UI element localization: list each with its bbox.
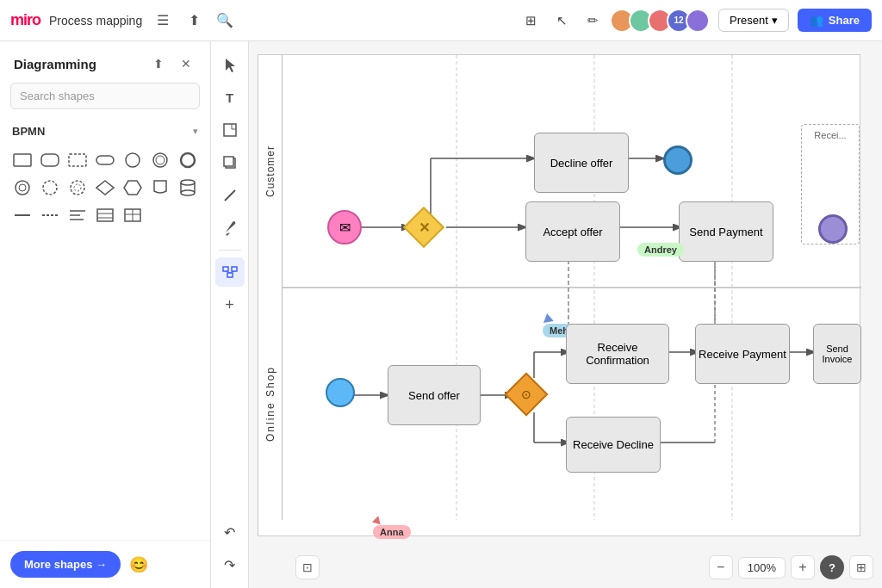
send-invoice-task[interactable]: Send Invoice [813, 324, 861, 384]
shape-stadium[interactable] [93, 148, 117, 172]
canvas-area[interactable]: T + [211, 41, 882, 588]
online-shop-lane-label: Online Shop [258, 288, 283, 520]
decline-offer-task[interactable]: Decline offer [534, 133, 629, 193]
add-tool[interactable]: + [215, 290, 245, 319]
diagram-canvas[interactable]: Customer Online Shop ✉ ✕ Decline offer [249, 41, 882, 588]
shape-minus[interactable] [10, 203, 34, 227]
bpmn-section-header[interactable]: BPMN ▾ [0, 118, 210, 145]
float-toolbar: T + [211, 41, 249, 588]
pen-tool[interactable] [215, 214, 245, 243]
svg-rect-1 [41, 154, 59, 166]
shape-thick-circle[interactable] [176, 148, 200, 172]
svg-point-10 [43, 181, 57, 195]
end-event-customer[interactable] [663, 145, 693, 175]
send-offer-task[interactable]: Send offer [388, 365, 481, 425]
andrey-cursor-label: Andrey [637, 243, 684, 257]
shape-rounded-rect[interactable] [38, 148, 62, 172]
shape-table[interactable] [121, 203, 145, 227]
anna-cursor: Anna [373, 516, 411, 539]
toolbar-divider [219, 250, 241, 251]
close-icon[interactable]: ✕ [176, 53, 196, 74]
bottom-bar: − 100% + ? ⊞ [709, 555, 873, 579]
topbar-right: ⊞ ↖ ✏ 12 Present ▾ 👥 Share [517, 7, 872, 34]
receive-payment-task[interactable]: Receive Payment [695, 324, 790, 384]
shape-diamond[interactable] [93, 176, 117, 200]
gateway-exclusive[interactable]: ✕ [403, 207, 444, 248]
svg-point-12 [74, 184, 81, 191]
svg-rect-30 [224, 124, 236, 136]
map-view-button[interactable]: ⊞ [849, 555, 873, 579]
svg-point-6 [156, 156, 165, 164]
topbar-left: miro Process mapping ☰ ⬆ 🔍 [10, 9, 506, 33]
redo-tool[interactable]: ↷ [215, 550, 245, 579]
zoom-in-button[interactable]: + [791, 555, 815, 579]
svg-rect-36 [223, 267, 228, 271]
shape-align-left[interactable] [65, 203, 90, 227]
shape-dashed-line[interactable] [38, 203, 62, 227]
shape-rectangle[interactable] [10, 148, 34, 172]
svg-rect-34 [224, 157, 233, 166]
topbar-icons: ☰ ⬆ 🔍 [151, 9, 237, 33]
shape-cylinder[interactable] [176, 176, 200, 200]
avatar-5 [686, 9, 710, 33]
sidebar: Diagramming ⬆ ✕ Search shapes BPMN ▾ [0, 41, 211, 588]
receive-group-box: Recei... [801, 124, 860, 244]
svg-point-18 [181, 190, 195, 195]
svg-point-11 [71, 181, 84, 195]
bpmn-label: BPMN [12, 125, 45, 138]
share-button[interactable]: 👥 Share [798, 9, 872, 32]
share-export-icon[interactable]: ⬆ [182, 9, 206, 33]
shape-double-circle[interactable] [148, 148, 172, 172]
present-button[interactable]: Present ▾ [718, 9, 789, 32]
shape-circle[interactable] [121, 148, 145, 172]
svg-rect-24 [97, 209, 113, 221]
send-payment-task[interactable]: Send Payment [679, 201, 773, 262]
diagram-tool[interactable] [215, 257, 245, 287]
sticky-note-tool[interactable] [215, 115, 245, 145]
receive-confirmation-task[interactable]: Receive Confirmation [566, 324, 669, 384]
svg-point-5 [153, 153, 167, 167]
customer-lane-label: Customer [258, 55, 283, 288]
shape-dashed-rect[interactable] [65, 148, 90, 172]
accept-offer-task[interactable]: Accept offer [525, 201, 620, 262]
shape-list[interactable] [93, 203, 117, 227]
search-icon[interactable]: 🔍 [213, 9, 237, 33]
panel-toggle-button[interactable]: ⊡ [295, 555, 320, 579]
zoom-out-button[interactable]: − [709, 555, 733, 579]
start-event-online-shop[interactable] [326, 378, 355, 407]
miro-logo: miro [10, 11, 40, 29]
pen-icon[interactable]: ✏ [579, 7, 606, 34]
svg-rect-38 [227, 273, 233, 277]
emoji-icon[interactable]: 😊 [129, 555, 148, 574]
menu-icon[interactable]: ☰ [151, 9, 175, 33]
shape-dashed-double-circle[interactable] [65, 176, 90, 200]
zoom-level: 100% [738, 557, 786, 579]
text-tool[interactable]: T [215, 83, 245, 112]
connectors-svg [258, 55, 860, 535]
select-tool[interactable] [215, 50, 245, 79]
svg-point-4 [126, 153, 140, 167]
shape-hexagon[interactable] [121, 176, 145, 200]
export-icon[interactable]: ⬆ [148, 53, 169, 74]
svg-rect-2 [69, 154, 86, 166]
undo-tool[interactable]: ↶ [215, 517, 245, 547]
shape-concentric-circles[interactable] [10, 176, 34, 200]
svg-rect-0 [14, 154, 31, 166]
search-input[interactable]: Search shapes [10, 83, 200, 109]
shape-dashed-circle[interactable] [38, 176, 62, 200]
gateway-intermediate[interactable]: ⊙ [505, 373, 549, 417]
start-event-email[interactable]: ✉ [327, 210, 362, 244]
svg-rect-3 [96, 156, 114, 164]
app-title: Process mapping [49, 14, 142, 28]
line-tool[interactable] [215, 181, 245, 210]
more-shapes-button[interactable]: More shapes → [10, 551, 121, 578]
svg-point-7 [181, 153, 195, 167]
svg-point-9 [19, 184, 26, 191]
copy-tool[interactable] [215, 148, 245, 177]
help-button[interactable]: ? [820, 555, 844, 579]
svg-marker-14 [124, 181, 141, 195]
receive-decline-task[interactable]: Receive Decline [566, 417, 661, 473]
cursor-icon[interactable]: ↖ [548, 7, 575, 34]
shape-document[interactable] [148, 176, 172, 200]
grid-icon[interactable]: ⊞ [517, 7, 544, 34]
